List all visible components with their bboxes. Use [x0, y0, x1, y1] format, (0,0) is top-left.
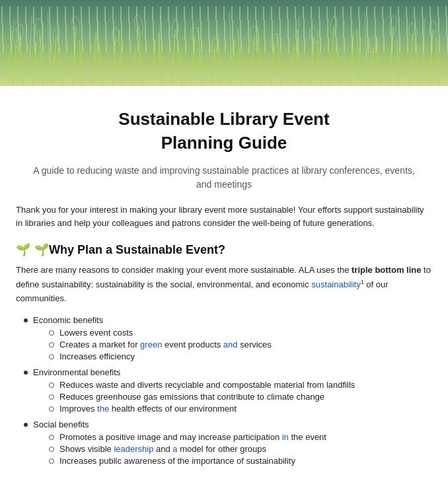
seedling-icon: 🌱 [16, 242, 30, 257]
svg-point-45 [11, 28, 22, 48]
list-item: Shows visible leadership and a model for… [49, 444, 326, 454]
page-tagline: A guide to reducing waste and improving … [16, 164, 432, 192]
social-sub-list: Promotes a positive image and may increa… [33, 432, 326, 466]
svg-point-59 [369, 37, 378, 54]
list-item: Increases efficiency [49, 351, 272, 361]
svg-point-55 [249, 25, 259, 44]
svg-point-53 [190, 26, 200, 43]
benefit-environmental: Environmental benefits Reduces waste and… [24, 367, 432, 416]
intro-paragraph: Thank you for your interest in making yo… [16, 203, 432, 231]
section1-body: There are many reasons to consider makin… [16, 264, 432, 306]
svg-line-70 [365, 13, 367, 59]
list-item: Reduces waste and diverts recyclable and… [49, 380, 355, 390]
benefits-list: Economic benefits Lowers event costs Cre… [16, 315, 432, 468]
list-item: Improves the health effects of our envir… [49, 404, 355, 414]
list-item: Increases public awareness of the import… [49, 456, 326, 466]
economic-sub-list: Lowers event costs Creates a market for … [33, 328, 272, 361]
svg-point-58 [329, 15, 338, 34]
svg-rect-0 [0, 0, 448, 86]
svg-point-50 [112, 28, 120, 43]
list-item: Lowers event costs [49, 328, 272, 338]
benefit-social: Social benefits Promotes a positive imag… [24, 420, 432, 468]
svg-line-67 [159, 15, 161, 59]
hero-image [0, 0, 448, 86]
svg-point-60 [389, 15, 398, 35]
page-title-line1: Sustainable Library Event [16, 108, 432, 130]
svg-point-49 [71, 15, 81, 34]
svg-point-46 [16, 24, 24, 40]
list-item: Promotes a positive image and may increa… [49, 432, 326, 442]
benefit-economic: Economic benefits Lowers event costs Cre… [24, 315, 432, 363]
list-item: Creates a market for green event product… [49, 340, 272, 349]
section1-heading: 🌱 🌱Why Plan a Sustainable Event? [16, 242, 432, 257]
svg-point-56 [270, 34, 278, 50]
svg-point-62 [429, 20, 437, 37]
svg-point-51 [133, 15, 145, 36]
list-item: Reduces greenhouse gas emissions that co… [49, 392, 355, 402]
environmental-sub-list: Reduces waste and diverts recyclable and… [33, 380, 355, 414]
svg-point-48 [52, 26, 60, 43]
svg-point-61 [408, 22, 418, 41]
svg-point-57 [309, 26, 319, 44]
svg-line-68 [229, 12, 231, 59]
svg-point-47 [35, 18, 45, 39]
page-title-line2: Planning Guide [16, 133, 432, 153]
svg-point-52 [171, 20, 180, 38]
svg-point-54 [210, 37, 219, 52]
